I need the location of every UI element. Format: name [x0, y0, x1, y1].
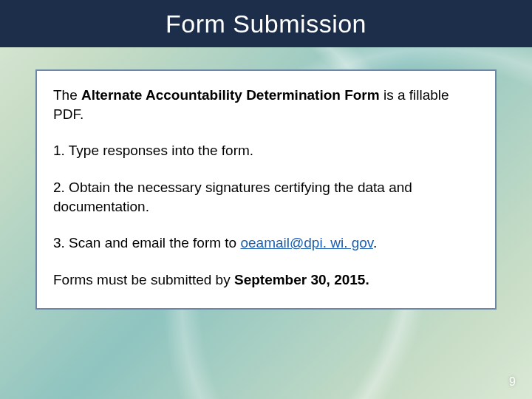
content-box: The Alternate Accountability Determinati…: [35, 69, 497, 310]
title-bar: Form Submission: [0, 0, 532, 47]
step-3-post: .: [373, 235, 377, 250]
slide-title: Form Submission: [166, 10, 366, 38]
page-number: 9: [509, 375, 516, 389]
step-3: 3. Scan and email the form to oeamail@dp…: [53, 233, 479, 253]
email-link[interactable]: oeamail@dpi. wi. gov: [240, 235, 372, 250]
intro-pre: The: [53, 87, 81, 103]
closing-paragraph: Forms must be submitted by September 30,…: [53, 270, 479, 290]
step-3-pre: 3. Scan and email the form to: [53, 235, 240, 250]
intro-paragraph: The Alternate Accountability Determinati…: [53, 86, 479, 123]
step-2: 2. Obtain the necessary signatures certi…: [53, 178, 479, 216]
step-1: 1. Type responses into the form.: [53, 141, 479, 160]
closing-bold: September 30, 2015.: [234, 272, 369, 287]
intro-bold: Alternate Accountability Determination F…: [81, 87, 380, 103]
closing-pre: Forms must be submitted by: [53, 272, 234, 287]
step-2-text: 2. Obtain the necessary signatures certi…: [53, 180, 412, 214]
